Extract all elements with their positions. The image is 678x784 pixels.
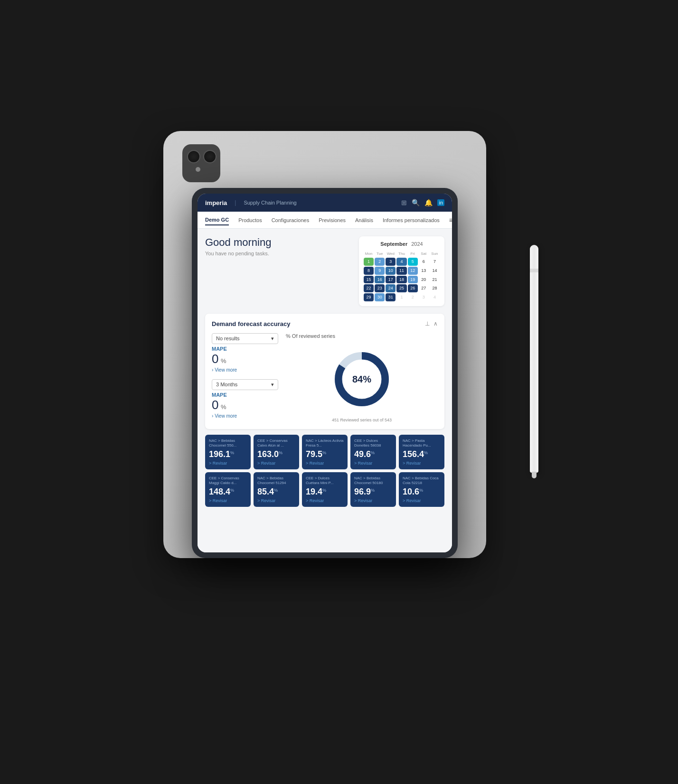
logo-text: imperia bbox=[205, 199, 227, 206]
calendar-month: September bbox=[380, 241, 407, 247]
donut-center: 84% bbox=[352, 373, 371, 384]
cal-day-25[interactable]: 25 bbox=[396, 284, 406, 292]
section-header: Demand forecast accuracy ⊥ ∧ bbox=[212, 320, 438, 327]
card-revisar-3[interactable]: > Revisar bbox=[354, 461, 392, 466]
cal-day-15[interactable]: 15 bbox=[364, 276, 374, 284]
product-card-3[interactable]: CEE > Dulces Donettes 58038 49.6% > Revi… bbox=[350, 435, 396, 469]
product-card-r2-3[interactable]: NAC > Bebidas Chocomel 50180 96.9% > Rev… bbox=[350, 472, 396, 507]
card-unit-0: % bbox=[230, 450, 234, 455]
cal-day-13[interactable]: 13 bbox=[419, 267, 429, 275]
view-more-2[interactable]: › View more bbox=[212, 413, 278, 419]
grid-icon[interactable]: ⊞ bbox=[401, 199, 407, 206]
cal-day-10[interactable]: 10 bbox=[386, 267, 396, 275]
greeting-title: Good morning bbox=[205, 236, 271, 249]
product-card-r2-4[interactable]: NAC > Bebidas Coca Cola 52218 10.6% > Re… bbox=[399, 472, 444, 507]
header-section: Good morning You have no pending tasks. … bbox=[205, 236, 444, 306]
cal-day-4[interactable]: 4 bbox=[396, 258, 406, 266]
cal-day-23[interactable]: 23 bbox=[375, 284, 385, 292]
hamburger-icon[interactable]: ≡ bbox=[449, 216, 452, 224]
mape2-label: MAPE bbox=[212, 392, 278, 398]
product-card-r2-2[interactable]: CEE > Dulces Cuétara Mini P... 19.4% > R… bbox=[302, 472, 348, 507]
forecast-right: % Of reviewed series 84% bbox=[286, 333, 438, 422]
logo-area: imperia | Supply Chain Planning bbox=[205, 199, 401, 206]
cal-day-31[interactable]: 31 bbox=[386, 293, 396, 301]
cal-day-1[interactable]: 1 bbox=[364, 258, 374, 266]
nav-item-informes[interactable]: Informes personalizados bbox=[383, 215, 440, 225]
dropdown-arrow-icon-2: ▾ bbox=[271, 382, 274, 388]
mape1-unit: % bbox=[221, 357, 226, 364]
cal-day-17[interactable]: 17 bbox=[386, 276, 396, 284]
cal-day-8[interactable]: 8 bbox=[364, 267, 374, 275]
cal-day-27[interactable]: 27 bbox=[419, 284, 429, 292]
nav-item-demo-gc[interactable]: Demo GC bbox=[205, 215, 229, 225]
product-card-0[interactable]: NAC > Bebidas Chocomel 550... 196.1% > R… bbox=[205, 435, 251, 469]
card-revisar-2[interactable]: > Revisar bbox=[306, 461, 344, 466]
camera-module bbox=[182, 144, 220, 182]
cal-day-19[interactable]: 19 bbox=[408, 276, 418, 284]
cal-day-5[interactable]: 5 bbox=[408, 258, 418, 266]
cal-day-12[interactable]: 12 bbox=[408, 267, 418, 275]
cal-day-30[interactable]: 30 bbox=[375, 293, 385, 301]
product-card-1[interactable]: CEE > Conservas Calvo Atún al ... 163.0%… bbox=[254, 435, 299, 469]
nav-item-productos[interactable]: Productos bbox=[238, 215, 262, 225]
card-unit-r2-3: % bbox=[371, 487, 375, 492]
product-card-2[interactable]: NAC > Lácteos Activia Fresa 5... 79.5% >… bbox=[302, 435, 348, 469]
card-value-4: 156.4 bbox=[403, 449, 424, 459]
apple-pencil bbox=[530, 245, 538, 473]
cal-day-29[interactable]: 29 bbox=[364, 293, 374, 301]
cal-day-7[interactable]: 7 bbox=[430, 258, 440, 266]
linkedin-icon[interactable]: in bbox=[437, 199, 444, 206]
card-value-r2-3: 96.9 bbox=[354, 487, 371, 496]
bell-icon[interactable]: 🔔 bbox=[424, 199, 433, 206]
section-actions: ⊥ ∧ bbox=[425, 320, 438, 327]
greeting-subtitle: You have no pending tasks. bbox=[205, 251, 271, 256]
card-revisar-r2-4[interactable]: > Revisar bbox=[403, 498, 441, 503]
cal-day-21[interactable]: 21 bbox=[430, 276, 440, 284]
card-revisar-r2-1[interactable]: > Revisar bbox=[257, 498, 295, 503]
card-unit-1: % bbox=[279, 450, 282, 455]
card-revisar-r2-3[interactable]: > Revisar bbox=[354, 498, 392, 503]
card-value-row-4: 156.4% bbox=[403, 450, 441, 459]
filter2-group: 3 Months ▾ MAPE 0 % › View bbox=[212, 379, 278, 419]
pencil-tip bbox=[532, 472, 537, 478]
card-value-row-r2-0: 148.4% bbox=[209, 487, 247, 496]
nav-item-previsiones[interactable]: Previsiones bbox=[319, 215, 346, 225]
card-revisar-1[interactable]: > Revisar bbox=[257, 461, 295, 466]
cal-day-3[interactable]: 3 bbox=[386, 258, 396, 266]
filter-icon[interactable]: ⊥ bbox=[425, 320, 430, 327]
cal-day-18[interactable]: 18 bbox=[396, 276, 406, 284]
card-revisar-r2-0[interactable]: > Revisar bbox=[209, 498, 247, 503]
cal-day-2[interactable]: 2 bbox=[375, 258, 385, 266]
nav-item-analisis[interactable]: Análisis bbox=[355, 215, 373, 225]
cal-day-22[interactable]: 22 bbox=[364, 284, 374, 292]
cal-day-24[interactable]: 24 bbox=[386, 284, 396, 292]
filter2-dropdown[interactable]: 3 Months ▾ bbox=[212, 379, 278, 390]
card-value-row-r2-2: 19.4% bbox=[306, 487, 344, 496]
cal-day-26[interactable]: 26 bbox=[408, 284, 418, 292]
search-icon[interactable]: 🔍 bbox=[412, 199, 420, 206]
cal-day-11[interactable]: 11 bbox=[396, 267, 406, 275]
card-value-r2-2: 19.4 bbox=[306, 487, 322, 496]
filter1-label: No results bbox=[216, 336, 240, 341]
card-revisar-4[interactable]: > Revisar bbox=[403, 461, 441, 466]
cal-day-28[interactable]: 28 bbox=[430, 284, 440, 292]
camera-lens-1 bbox=[187, 150, 200, 163]
product-card-4[interactable]: NAC > Pasta Hacendado Pu... 156.4% > Rev… bbox=[399, 435, 444, 469]
product-card-r2-1[interactable]: NAC > Bebidas Chocomel 51294 85.4% > Rev… bbox=[254, 472, 299, 507]
filter1-dropdown[interactable]: No results ▾ bbox=[212, 333, 278, 344]
view-more-1[interactable]: › View more bbox=[212, 367, 278, 373]
cal-day-16[interactable]: 16 bbox=[375, 276, 385, 284]
card-revisar-r2-2[interactable]: > Revisar bbox=[306, 498, 344, 503]
collapse-icon[interactable]: ∧ bbox=[433, 320, 438, 327]
cal-header-fri: Fri bbox=[408, 251, 418, 257]
cal-day-6[interactable]: 6 bbox=[419, 258, 429, 266]
cal-day-9[interactable]: 9 bbox=[375, 267, 385, 275]
cal-header-sat: Sat bbox=[419, 251, 429, 257]
scene: imperia | Supply Chain Planning ⊞ 🔍 🔔 in… bbox=[125, 131, 553, 653]
cal-day-20[interactable]: 20 bbox=[419, 276, 429, 284]
card-revisar-0[interactable]: > Revisar bbox=[209, 461, 247, 466]
product-cards-row2: CEE > Conservas Maggi Caldo d... 148.4% … bbox=[205, 472, 444, 507]
product-card-r2-0[interactable]: CEE > Conservas Maggi Caldo d... 148.4% … bbox=[205, 472, 251, 507]
cal-day-14[interactable]: 14 bbox=[430, 267, 440, 275]
nav-item-configuraciones[interactable]: Configuraciones bbox=[272, 215, 310, 225]
